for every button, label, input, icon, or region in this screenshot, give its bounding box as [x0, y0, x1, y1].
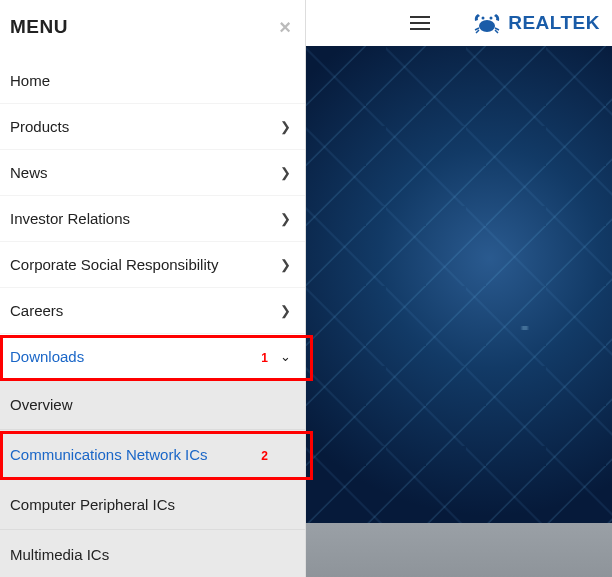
close-icon[interactable]: ×	[279, 17, 291, 37]
svg-point-2	[490, 17, 493, 20]
hamburger-icon[interactable]	[410, 16, 430, 30]
hero-background	[306, 46, 612, 577]
sub-item-computer-peripheral-ics[interactable]: Computer Peripheral ICs	[0, 480, 305, 530]
chevron-right-icon: ❯	[280, 257, 291, 272]
menu-item-label: Products	[10, 118, 69, 135]
sub-item-overview[interactable]: Overview	[0, 380, 305, 430]
menu-item-investor-relations[interactable]: Investor Relations ❯	[0, 196, 305, 242]
sub-item-label: Multimedia ICs	[10, 546, 109, 563]
menu-title: MENU	[10, 16, 68, 38]
menu-list: Home Products ❯ News ❯ Investor Relation…	[0, 58, 305, 577]
chevron-right-icon: ❯	[280, 119, 291, 134]
menu-item-careers[interactable]: Careers ❯	[0, 288, 305, 334]
menu-item-news[interactable]: News ❯	[0, 150, 305, 196]
crab-icon	[472, 10, 502, 36]
menu-panel: MENU × Home Products ❯ News ❯ Investor R…	[0, 0, 306, 577]
chevron-right-icon: ❯	[280, 303, 291, 318]
brand-text: REALTEK	[508, 12, 600, 34]
downloads-submenu: Overview Communications Network ICs Comp…	[0, 380, 305, 577]
chevron-right-icon: ❯	[280, 165, 291, 180]
chevron-right-icon: ❯	[280, 211, 291, 226]
menu-item-label: Home	[10, 72, 50, 89]
menu-item-products[interactable]: Products ❯	[0, 104, 305, 150]
menu-item-label: Careers	[10, 302, 63, 319]
sub-item-comm-network-ics[interactable]: Communications Network ICs	[0, 430, 305, 480]
sub-item-multimedia-ics[interactable]: Multimedia ICs	[0, 530, 305, 577]
sub-item-label: Communications Network ICs	[10, 446, 208, 463]
svg-point-0	[479, 20, 495, 32]
brand-logo[interactable]: REALTEK	[472, 10, 600, 36]
menu-item-csr[interactable]: Corporate Social Responsibility ❯	[0, 242, 305, 288]
menu-item-label: Downloads	[10, 348, 84, 365]
topbar: REALTEK	[306, 0, 612, 46]
chevron-down-icon: ⌄	[280, 349, 291, 364]
svg-point-1	[482, 17, 485, 20]
menu-item-label: Investor Relations	[10, 210, 130, 227]
menu-item-home[interactable]: Home	[0, 58, 305, 104]
hero-footer-strip	[306, 523, 612, 577]
menu-item-label: News	[10, 164, 48, 181]
sub-item-label: Overview	[10, 396, 73, 413]
menu-header: MENU ×	[0, 0, 305, 58]
menu-item-downloads[interactable]: Downloads ⌄	[0, 334, 305, 380]
menu-item-label: Corporate Social Responsibility	[10, 256, 218, 273]
sub-item-label: Computer Peripheral ICs	[10, 496, 175, 513]
